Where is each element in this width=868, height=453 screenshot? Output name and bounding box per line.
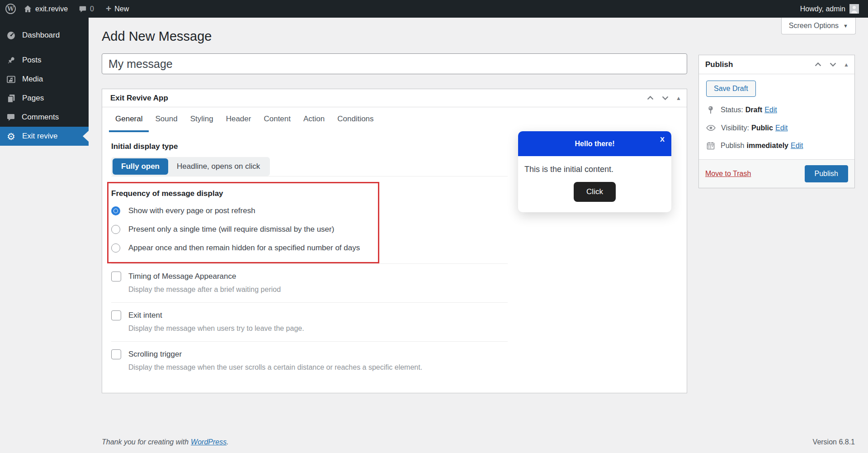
pages-icon [6,94,16,103]
publish-body: Save Draft Status: Draft Edit Visibility… [699,74,854,152]
move-up-icon[interactable] [646,94,655,102]
visibility-row: Visibility: Public Edit [706,123,847,133]
timing-checkbox[interactable] [111,272,121,281]
collapse-toggle-icon[interactable]: ▲ [676,95,681,101]
publish-handle-actions: ▲ [814,60,849,69]
footer-thanks-period: . [226,438,228,446]
segment-option-headline[interactable]: Headline, opens on click [168,158,269,175]
toggle-row: Scrolling trigger [111,349,678,359]
toggle-description: Display the message when the user scroll… [128,363,678,372]
avatar [849,4,859,14]
radio-label[interactable]: Show with every page or post refresh [128,206,255,215]
schedule-edit-link[interactable]: Edit [791,142,803,150]
admin-bar: W exit.revive 0 + New Howdy, admin [0,0,868,18]
schedule-row: Publish immediately Edit [706,141,847,150]
admin-bar-account[interactable]: Howdy, admin [800,4,868,14]
radio-single-time[interactable] [111,225,120,234]
popup-header: Hello there! X [518,131,671,156]
visibility-label: Visibility: [721,124,749,132]
sidebar-item-dashboard[interactable]: Dashboard [0,26,89,45]
metabox-title: Exit Revive App [110,94,168,103]
toggle-label[interactable]: Timing of Message Appearance [128,272,236,281]
frequency-option-row: Show with every page or post refresh [111,205,373,217]
chevron-down-icon: ▼ [843,23,848,29]
toggle-description: Display the message when users try to le… [128,324,678,333]
eye-icon [706,123,716,133]
initial-display-segment: Fully open Headline, opens on click [111,157,270,176]
admin-bar-left: W exit.revive 0 + New [0,4,129,14]
howdy-label: Howdy, admin [800,5,845,13]
sidebar-item-label: Media [22,75,43,84]
message-preview-popup: Hello there! X This is the initial conte… [518,131,671,212]
collapse-toggle-icon[interactable]: ▲ [844,62,849,68]
admin-bar-comments[interactable]: 0 [79,5,94,13]
move-to-trash-link[interactable]: Move to Trash [705,170,751,178]
footer-version: Version 6.8.1 [813,438,855,446]
exit-intent-checkbox[interactable] [111,310,121,320]
message-title-input[interactable] [102,53,687,74]
move-down-icon[interactable] [829,60,837,69]
comments-icon [6,113,15,122]
side-column: Publish ▲ Save Draft [698,55,855,393]
frequency-highlight-box: Frequency of message display Show with e… [107,182,379,263]
tab-sound[interactable]: Sound [149,107,184,132]
radio-hidden-days[interactable] [111,243,120,253]
toggle-label[interactable]: Exit intent [128,311,162,320]
sidebar-item-media[interactable]: Media [0,70,89,89]
close-icon[interactable]: X [660,135,665,143]
tab-action[interactable]: Action [297,107,331,132]
move-up-icon[interactable] [814,60,822,69]
publish-metabox: Publish ▲ Save Draft [698,55,855,188]
footer-thanks-text: Thank you for creating with [102,438,189,446]
radio-label[interactable]: Present only a single time (will require… [128,225,334,234]
tab-conditions[interactable]: Conditions [331,107,380,132]
toggle-row: Timing of Message Appearance [111,272,678,281]
tab-content[interactable]: Content [257,107,297,132]
admin-bar-new[interactable]: + New [106,5,129,13]
sidebar-item-exit-revive[interactable]: ⚙ Exit revive [0,127,89,146]
metabox-handle-actions: ▲ [646,94,681,102]
move-down-icon[interactable] [661,94,670,102]
media-icon [6,75,16,84]
tab-styling[interactable]: Styling [184,107,220,132]
comment-bubble-icon [79,5,87,13]
dashboard-icon [6,31,16,40]
tab-general[interactable]: General [109,107,149,132]
exit-intent-section: Exit intent Display the message when use… [111,303,678,341]
status-label: Status: [721,106,743,114]
toggle-row: Exit intent [111,310,678,320]
sidebar-item-label: Comments [22,113,59,122]
comment-count: 0 [90,5,94,13]
popup-title: Hello there! [575,140,614,148]
toggle-label[interactable]: Scrolling trigger [128,350,182,359]
tab-header[interactable]: Header [220,107,258,132]
status-row: Status: Draft Edit [706,105,847,114]
visibility-edit-link[interactable]: Edit [775,124,788,132]
segment-option-fully-open[interactable]: Fully open [113,158,168,175]
sidebar-item-label: Posts [22,56,42,65]
sidebar-item-comments[interactable]: Comments [0,108,89,127]
wordpress-logo-menu[interactable]: W [5,4,16,14]
popup-click-button[interactable]: Click [574,182,616,202]
divider [111,176,508,176]
radio-label[interactable]: Appear once and then remain hidden for a… [128,243,360,253]
calendar-icon [706,141,715,150]
status-pin-icon [706,105,715,114]
save-draft-button[interactable]: Save Draft [706,81,756,97]
scrolling-trigger-checkbox[interactable] [111,349,121,359]
publish-button[interactable]: Publish [805,165,848,182]
content-area: Screen Options ▼ Add New Message Exit Re… [89,18,868,453]
wordpress-link[interactable]: WordPress [191,438,226,446]
admin-footer: Thank you for creating withWordPress. Ve… [102,438,855,446]
pin-icon [6,56,16,65]
plus-icon: + [106,4,111,13]
sidebar-item-label: Pages [22,94,44,103]
status-edit-link[interactable]: Edit [764,106,777,114]
site-name-link[interactable]: exit.revive [24,5,68,13]
metabox-tabs: General Sound Styling Header Content Act… [102,107,687,132]
sidebar-item-pages[interactable]: Pages [0,89,89,108]
screen-options-button[interactable]: Screen Options ▼ [781,18,856,34]
footer-thanks: Thank you for creating withWordPress. [102,438,229,446]
radio-every-refresh[interactable] [111,206,120,215]
sidebar-item-posts[interactable]: Posts [0,51,89,70]
